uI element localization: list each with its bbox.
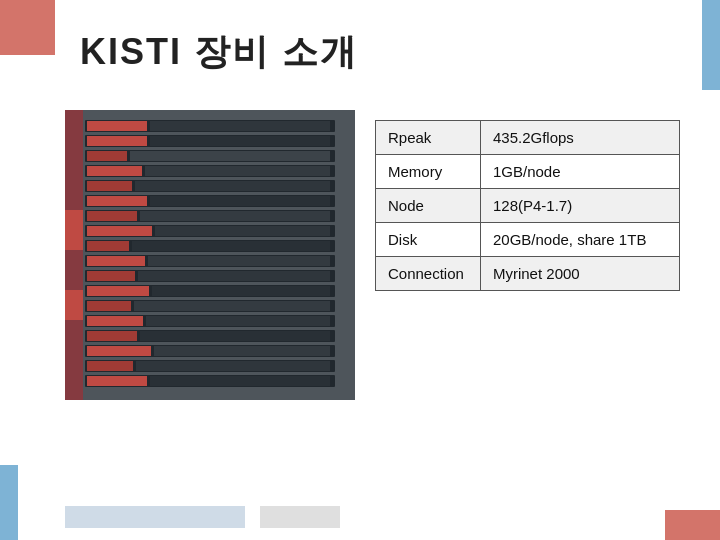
- corner-decoration-tl: [0, 0, 55, 55]
- corner-decoration-tr: [702, 0, 720, 90]
- page-title: KISTI 장비 소개: [80, 28, 358, 77]
- corner-decoration-br: [665, 510, 720, 540]
- spec-label: Memory: [376, 155, 481, 189]
- spec-value: 128(P4-1.7): [480, 189, 679, 223]
- spec-label: Connection: [376, 257, 481, 291]
- bottom-bar-2: [260, 506, 340, 528]
- table-row: Disk20GB/node, share 1TB: [376, 223, 680, 257]
- spec-value: 435.2Gflops: [480, 121, 679, 155]
- spec-value: 20GB/node, share 1TB: [480, 223, 679, 257]
- bottom-bar-1: [65, 506, 245, 528]
- spec-label: Rpeak: [376, 121, 481, 155]
- spec-label: Node: [376, 189, 481, 223]
- table-row: Node128(P4-1.7): [376, 189, 680, 223]
- spec-value: 1GB/node: [480, 155, 679, 189]
- table-row: ConnectionMyrinet 2000: [376, 257, 680, 291]
- corner-decoration-bl: [0, 465, 18, 540]
- table-row: Memory1GB/node: [376, 155, 680, 189]
- spec-value: Myrinet 2000: [480, 257, 679, 291]
- spec-label: Disk: [376, 223, 481, 257]
- svg-rect-58: [65, 110, 355, 400]
- table-row: Rpeak435.2Gflops: [376, 121, 680, 155]
- specs-table: Rpeak435.2GflopsMemory1GB/nodeNode128(P4…: [375, 120, 680, 291]
- server-image: [65, 110, 355, 400]
